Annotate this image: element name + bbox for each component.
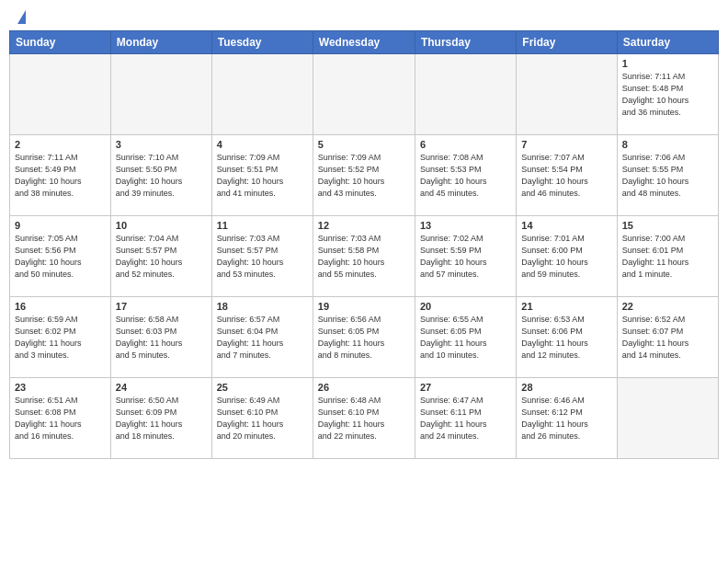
- day-header-saturday: Saturday: [617, 31, 718, 54]
- day-cell: [211, 54, 313, 135]
- day-number: 19: [318, 301, 410, 312]
- day-info: Sunrise: 7:11 AM Sunset: 5:49 PM Dayligh…: [15, 152, 106, 200]
- day-cell: 28Sunrise: 6:46 AM Sunset: 6:12 PM Dayli…: [517, 378, 617, 459]
- day-cell: 16Sunrise: 6:59 AM Sunset: 6:02 PM Dayli…: [10, 297, 111, 378]
- day-info: Sunrise: 7:01 AM Sunset: 6:00 PM Dayligh…: [521, 233, 611, 281]
- day-cell: 22Sunrise: 6:52 AM Sunset: 6:07 PM Dayli…: [617, 297, 718, 378]
- week-row-1: 2Sunrise: 7:11 AM Sunset: 5:49 PM Daylig…: [10, 135, 719, 216]
- day-number: 27: [420, 382, 511, 393]
- week-row-4: 23Sunrise: 6:51 AM Sunset: 6:08 PM Dayli…: [10, 378, 719, 459]
- day-number: 24: [116, 382, 207, 393]
- day-header-thursday: Thursday: [415, 31, 516, 54]
- day-info: Sunrise: 6:58 AM Sunset: 6:03 PM Dayligh…: [116, 314, 207, 362]
- day-number: 8: [622, 139, 713, 150]
- day-cell: [415, 54, 516, 135]
- day-number: 7: [521, 139, 611, 150]
- day-info: Sunrise: 7:09 AM Sunset: 5:51 PM Dayligh…: [217, 152, 308, 200]
- day-info: Sunrise: 6:50 AM Sunset: 6:09 PM Dayligh…: [116, 395, 207, 442]
- day-cell: 11Sunrise: 7:03 AM Sunset: 5:57 PM Dayli…: [211, 216, 313, 297]
- day-info: Sunrise: 6:59 AM Sunset: 6:02 PM Dayligh…: [15, 314, 106, 362]
- logo-icon: [17, 10, 26, 24]
- day-cell: 25Sunrise: 6:49 AM Sunset: 6:10 PM Dayli…: [211, 378, 313, 459]
- calendar-table: SundayMondayTuesdayWednesdayThursdayFrid…: [9, 30, 719, 459]
- day-cell: 24Sunrise: 6:50 AM Sunset: 6:09 PM Dayli…: [110, 378, 211, 459]
- page: SundayMondayTuesdayWednesdayThursdayFrid…: [0, 0, 728, 563]
- day-cell: 7Sunrise: 7:07 AM Sunset: 5:54 PM Daylig…: [517, 135, 617, 216]
- day-number: 22: [622, 301, 713, 312]
- day-header-monday: Monday: [110, 31, 211, 54]
- day-info: Sunrise: 7:11 AM Sunset: 5:48 PM Dayligh…: [622, 71, 713, 119]
- day-info: Sunrise: 6:48 AM Sunset: 6:10 PM Dayligh…: [318, 395, 410, 442]
- day-info: Sunrise: 6:53 AM Sunset: 6:06 PM Dayligh…: [521, 314, 611, 362]
- day-cell: [617, 378, 718, 459]
- day-number: 26: [318, 382, 410, 393]
- day-header-sunday: Sunday: [10, 31, 111, 54]
- day-cell: [313, 54, 415, 135]
- day-cell: 5Sunrise: 7:09 AM Sunset: 5:52 PM Daylig…: [313, 135, 415, 216]
- day-cell: 3Sunrise: 7:10 AM Sunset: 5:50 PM Daylig…: [110, 135, 211, 216]
- day-cell: 9Sunrise: 7:05 AM Sunset: 5:56 PM Daylig…: [10, 216, 111, 297]
- day-cell: 23Sunrise: 6:51 AM Sunset: 6:08 PM Dayli…: [10, 378, 111, 459]
- day-cell: 19Sunrise: 6:56 AM Sunset: 6:05 PM Dayli…: [313, 297, 415, 378]
- day-info: Sunrise: 7:04 AM Sunset: 5:57 PM Dayligh…: [116, 233, 207, 281]
- day-cell: 21Sunrise: 6:53 AM Sunset: 6:06 PM Dayli…: [517, 297, 617, 378]
- header: [0, 0, 728, 30]
- day-number: 3: [116, 139, 207, 150]
- day-number: 18: [217, 301, 308, 312]
- day-header-tuesday: Tuesday: [211, 31, 313, 54]
- day-info: Sunrise: 6:57 AM Sunset: 6:04 PM Dayligh…: [217, 314, 308, 362]
- week-row-2: 9Sunrise: 7:05 AM Sunset: 5:56 PM Daylig…: [10, 216, 719, 297]
- day-number: 25: [217, 382, 308, 393]
- day-number: 14: [521, 220, 611, 231]
- day-number: 21: [521, 301, 611, 312]
- day-cell: 18Sunrise: 6:57 AM Sunset: 6:04 PM Dayli…: [211, 297, 313, 378]
- day-number: 9: [15, 220, 106, 231]
- day-number: 1: [622, 58, 713, 69]
- day-header-wednesday: Wednesday: [313, 31, 415, 54]
- day-number: 6: [420, 139, 511, 150]
- day-info: Sunrise: 6:49 AM Sunset: 6:10 PM Dayligh…: [217, 395, 308, 442]
- day-number: 15: [622, 220, 713, 231]
- day-number: 17: [116, 301, 207, 312]
- day-info: Sunrise: 7:00 AM Sunset: 6:01 PM Dayligh…: [622, 233, 713, 281]
- day-cell: [110, 54, 211, 135]
- day-info: Sunrise: 7:05 AM Sunset: 5:56 PM Dayligh…: [15, 233, 106, 281]
- day-info: Sunrise: 6:51 AM Sunset: 6:08 PM Dayligh…: [15, 395, 106, 442]
- day-info: Sunrise: 7:10 AM Sunset: 5:50 PM Dayligh…: [116, 152, 207, 200]
- day-cell: 20Sunrise: 6:55 AM Sunset: 6:05 PM Dayli…: [415, 297, 516, 378]
- day-number: 13: [420, 220, 511, 231]
- day-cell: 26Sunrise: 6:48 AM Sunset: 6:10 PM Dayli…: [313, 378, 415, 459]
- day-info: Sunrise: 6:56 AM Sunset: 6:05 PM Dayligh…: [318, 314, 410, 362]
- day-cell: 8Sunrise: 7:06 AM Sunset: 5:55 PM Daylig…: [617, 135, 718, 216]
- day-info: Sunrise: 7:06 AM Sunset: 5:55 PM Dayligh…: [622, 152, 713, 200]
- day-cell: 14Sunrise: 7:01 AM Sunset: 6:00 PM Dayli…: [517, 216, 617, 297]
- day-number: 12: [318, 220, 410, 231]
- day-number: 28: [521, 382, 611, 393]
- day-header-friday: Friday: [517, 31, 617, 54]
- day-info: Sunrise: 7:02 AM Sunset: 5:59 PM Dayligh…: [420, 233, 511, 281]
- day-info: Sunrise: 7:07 AM Sunset: 5:54 PM Dayligh…: [521, 152, 611, 200]
- day-number: 11: [217, 220, 308, 231]
- day-cell: [10, 54, 111, 135]
- day-cell: 15Sunrise: 7:00 AM Sunset: 6:01 PM Dayli…: [617, 216, 718, 297]
- day-cell: 13Sunrise: 7:02 AM Sunset: 5:59 PM Dayli…: [415, 216, 516, 297]
- day-number: 16: [15, 301, 106, 312]
- day-info: Sunrise: 6:52 AM Sunset: 6:07 PM Dayligh…: [622, 314, 713, 362]
- day-number: 23: [15, 382, 106, 393]
- day-number: 2: [15, 139, 106, 150]
- day-cell: 27Sunrise: 6:47 AM Sunset: 6:11 PM Dayli…: [415, 378, 516, 459]
- day-info: Sunrise: 7:03 AM Sunset: 5:57 PM Dayligh…: [217, 233, 308, 281]
- week-row-3: 16Sunrise: 6:59 AM Sunset: 6:02 PM Dayli…: [10, 297, 719, 378]
- day-info: Sunrise: 7:09 AM Sunset: 5:52 PM Dayligh…: [318, 152, 410, 200]
- day-number: 4: [217, 139, 308, 150]
- calendar-header-row: SundayMondayTuesdayWednesdayThursdayFrid…: [10, 31, 719, 54]
- logo: [17, 13, 27, 23]
- day-number: 20: [420, 301, 511, 312]
- day-info: Sunrise: 6:55 AM Sunset: 6:05 PM Dayligh…: [420, 314, 511, 362]
- day-cell: 2Sunrise: 7:11 AM Sunset: 5:49 PM Daylig…: [10, 135, 111, 216]
- day-cell: 4Sunrise: 7:09 AM Sunset: 5:51 PM Daylig…: [211, 135, 313, 216]
- day-number: 10: [116, 220, 207, 231]
- calendar-wrapper: SundayMondayTuesdayWednesdayThursdayFrid…: [0, 30, 728, 468]
- day-cell: [517, 54, 617, 135]
- day-cell: 17Sunrise: 6:58 AM Sunset: 6:03 PM Dayli…: [110, 297, 211, 378]
